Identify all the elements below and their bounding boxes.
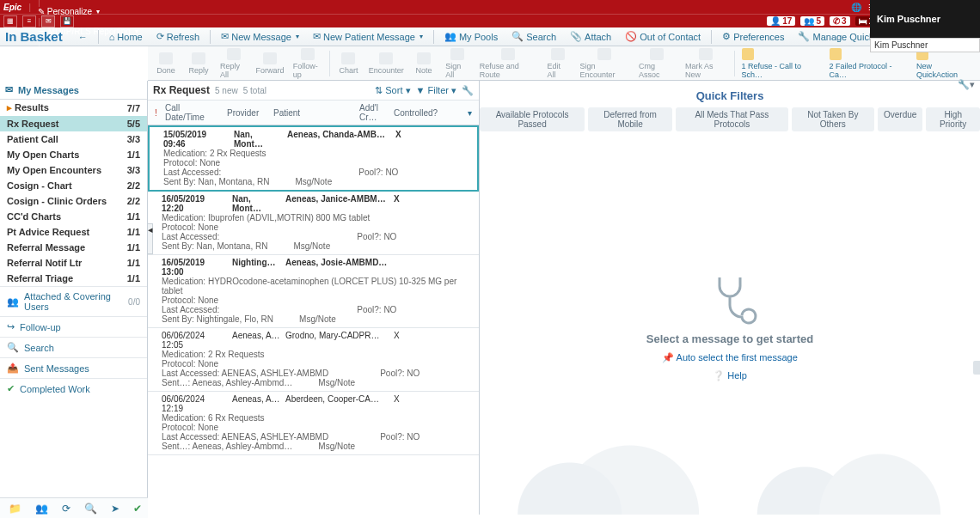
col-datetime[interactable]: Call Date/Time bbox=[162, 103, 224, 122]
quick-filter-chip[interactable]: Available Protocols Passed bbox=[480, 107, 585, 131]
grid-tile-icon[interactable]: ▦ bbox=[3, 15, 17, 27]
user-note-popup: Kim Puschner bbox=[870, 38, 980, 52]
quickaction-item[interactable]: 1 Refuse - Call to Sch… bbox=[737, 46, 824, 81]
funnel-icon[interactable]: ▾ bbox=[464, 108, 475, 118]
globe-icon[interactable]: 🌐 bbox=[851, 3, 861, 12]
folder-patient-call[interactable]: Patient Call3/3 bbox=[0, 131, 147, 147]
quick-filter-chip[interactable]: Deferred from Mobile bbox=[588, 107, 672, 131]
help-link[interactable]: ❔ Help bbox=[713, 370, 747, 381]
folder-referral-message[interactable]: Referral Message1/1 bbox=[0, 240, 147, 255]
refresh-icon[interactable]: ⟳ bbox=[62, 503, 70, 515]
sidebar-header[interactable]: ✉ My Messages bbox=[0, 81, 147, 100]
action-chart[interactable]: Chart bbox=[332, 46, 364, 81]
top-menu-bar: Epic | ⎘ Connect Care - Submit Help Tick… bbox=[0, 0, 980, 14]
message-row[interactable]: 06/06/2024 12:19Aeneas, A…Aberdeen, Coop… bbox=[148, 392, 479, 455]
send-icon[interactable]: ➤ bbox=[111, 503, 119, 515]
folder-results[interactable]: ▸ Results7/7 bbox=[0, 100, 147, 116]
quick-filter-chip[interactable]: High Priority bbox=[926, 107, 980, 131]
column-header-row[interactable]: ! Call Date/Time Provider Patient Add'l … bbox=[148, 101, 479, 125]
folder-referral-triage[interactable]: Referral Triage1/1 bbox=[0, 271, 147, 286]
people-icon[interactable]: 👥 bbox=[35, 503, 48, 515]
action-cmg-assoc[interactable]: Cmg Assoc bbox=[634, 46, 680, 81]
refresh-button[interactable]: ⟳ Refresh bbox=[151, 29, 205, 44]
col-addl[interactable]: Add'l Cr… bbox=[356, 103, 390, 122]
action-follow-up[interactable]: Follow-up bbox=[288, 46, 328, 81]
col-patient[interactable]: Patient bbox=[270, 108, 356, 118]
action-reply[interactable]: Reply bbox=[182, 46, 215, 81]
folder-referral-notif-ltr[interactable]: Referral Notif Ltr1/1 bbox=[0, 255, 147, 271]
attached-users-section[interactable]: 👥 Attached & Covering Users0/0 bbox=[0, 286, 147, 316]
folder-my-open-charts[interactable]: My Open Charts1/1 bbox=[0, 147, 147, 162]
folder-cosign-clinic-orders[interactable]: Cosign - Clinic Orders2/2 bbox=[0, 193, 147, 209]
home-button[interactable]: ⌂ Home bbox=[104, 30, 148, 44]
search-button[interactable]: 🔍 Search bbox=[506, 29, 561, 44]
folder-cc-d-charts[interactable]: CC'd Charts1/1 bbox=[0, 209, 147, 224]
wrench-icon[interactable]: 🔧 bbox=[462, 85, 474, 96]
staff-count-badge[interactable]: 👥 5 bbox=[800, 16, 824, 26]
quick-filter-chip[interactable]: Not Taken By Others bbox=[792, 107, 874, 131]
action-edit-all[interactable]: Edit All bbox=[542, 46, 574, 81]
content-area: ✉ My Messages ▸ Results7/7Rx Request5/5P… bbox=[0, 81, 980, 515]
sidebar-collapse-handle[interactable]: ◂ bbox=[148, 223, 153, 254]
col-controlled[interactable]: Controlled? bbox=[390, 108, 464, 118]
followup-section[interactable]: ↪ Follow-up bbox=[0, 316, 147, 337]
my-pools-button[interactable]: 👥 My Pools bbox=[439, 29, 503, 44]
folder-rx-request[interactable]: Rx Request5/5 bbox=[0, 116, 147, 131]
search-section[interactable]: 🔍 Search bbox=[0, 337, 147, 357]
topbar-item[interactable]: ✎ Personalize bbox=[38, 7, 178, 16]
out-of-contact-button[interactable]: 🚫 Out of Contact bbox=[620, 29, 706, 44]
placeholder-message: Select a message to get started bbox=[646, 332, 813, 345]
message-row[interactable]: 15/05/2019 09:46Nan, Mont…Aeneas, Chanda… bbox=[148, 125, 479, 192]
check-icon[interactable]: ✔ bbox=[133, 503, 142, 515]
quick-filter-chip[interactable]: Overdue bbox=[878, 107, 922, 131]
attach-button[interactable]: 📎 Attach bbox=[565, 29, 616, 44]
folder-pt-advice-request[interactable]: Pt Advice Request1/1 bbox=[0, 224, 147, 240]
new-message-button[interactable]: ✉ New Message bbox=[216, 29, 304, 44]
sidebar-bottom-toolbar: 📁 👥 ⟳ 🔍 ➤ ✔ bbox=[0, 497, 148, 518]
priority-column-icon[interactable]: ! bbox=[151, 108, 162, 118]
action-sign-all[interactable]: Sign All bbox=[440, 46, 475, 81]
inbox-tile-icon[interactable]: ✉ bbox=[41, 15, 55, 27]
quick-filters-title: Quick Filters bbox=[480, 89, 980, 102]
patient-count-badge[interactable]: 👤 17 bbox=[767, 16, 795, 26]
new-patient-message-button[interactable]: ✉ New Patient Message bbox=[308, 29, 428, 44]
folder-icon[interactable]: 📁 bbox=[9, 503, 21, 515]
message-row[interactable]: 16/05/2019 12:20Nan, Mont…Aeneas, Janice… bbox=[148, 192, 479, 255]
action-sign-encounter[interactable]: Sign Encounter bbox=[574, 46, 634, 81]
back-button[interactable]: ← bbox=[73, 30, 93, 44]
sent-messages-section[interactable]: 📤 Sent Messages bbox=[0, 357, 147, 378]
quick-filter-chip[interactable]: All Meds That Pass Protocols bbox=[676, 107, 788, 131]
background-decor bbox=[480, 403, 980, 515]
save-tile-icon[interactable]: 💾 bbox=[60, 15, 74, 27]
message-row[interactable]: 16/05/2019 13:00Nightingal…Aeneas, Josie… bbox=[148, 255, 479, 328]
stethoscope-icon bbox=[702, 271, 757, 326]
magnify-icon[interactable]: 🔍 bbox=[84, 503, 97, 515]
filter-button[interactable]: ▼ Filter ▾ bbox=[416, 85, 456, 96]
action-forward[interactable]: Forward bbox=[252, 46, 287, 81]
folder-cosign-chart[interactable]: Cosign - Chart2/2 bbox=[0, 178, 147, 193]
panel-expand-handle[interactable] bbox=[973, 361, 980, 375]
message-row[interactable]: 06/06/2024 12:05Aeneas, A…Grodno, Mary-C… bbox=[148, 328, 479, 392]
auto-select-link[interactable]: 📌 Auto select the first message bbox=[662, 352, 798, 363]
message-list-panel: Rx Request 5 new 5 total ⇅ Sort ▾ ▼ Filt… bbox=[148, 81, 480, 515]
action-note[interactable]: Note bbox=[407, 46, 440, 81]
col-provider[interactable]: Provider bbox=[224, 108, 270, 118]
panel-settings-icon[interactable]: 🔧▾ bbox=[958, 79, 975, 90]
action-reply-all[interactable]: Reply All bbox=[215, 46, 252, 81]
action-done[interactable]: Done bbox=[150, 46, 182, 81]
list-tile-icon[interactable]: ≡ bbox=[22, 15, 36, 27]
sort-button[interactable]: ⇅ Sort ▾ bbox=[375, 85, 410, 96]
user-name-box[interactable]: Kim Puschner bbox=[870, 0, 980, 38]
action-mark-as-new[interactable]: Mark As New bbox=[680, 46, 732, 81]
action-encounter[interactable]: Encounter bbox=[364, 46, 407, 81]
preferences-button[interactable]: ⚙ Preferences bbox=[717, 29, 789, 44]
folder-my-open-encounters[interactable]: My Open Encounters3/3 bbox=[0, 162, 147, 178]
list-new-count: 5 new bbox=[215, 86, 238, 95]
action-refuse-and-route[interactable]: Refuse and Route bbox=[475, 46, 542, 81]
list-title: Rx Request bbox=[153, 84, 210, 96]
sidebar: ✉ My Messages ▸ Results7/7Rx Request5/5P… bbox=[0, 81, 148, 515]
phone-count-badge[interactable]: ✆ 3 bbox=[830, 16, 850, 26]
brand-logo[interactable]: Epic bbox=[3, 3, 21, 12]
completed-work-section[interactable]: ✔ Completed Work bbox=[0, 378, 147, 399]
list-header: Rx Request 5 new 5 total ⇅ Sort ▾ ▼ Filt… bbox=[148, 81, 479, 101]
